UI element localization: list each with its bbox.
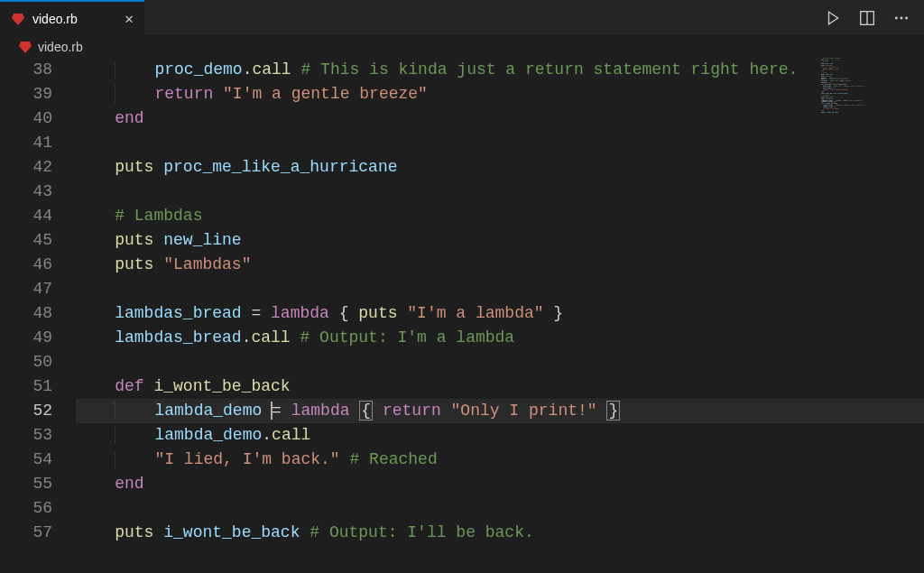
ruby-file-icon bbox=[11, 12, 25, 26]
code-editor[interactable]: 38 39 40 41 42 43 44 45 46 47 48 49 50 5… bbox=[0, 58, 924, 568]
code-line: lambda_demo.call bbox=[76, 423, 924, 448]
line-number: 38 bbox=[0, 58, 52, 82]
code-line bbox=[76, 131, 924, 155]
run-icon[interactable] bbox=[825, 10, 841, 26]
code-line bbox=[76, 496, 924, 521]
code-content[interactable]: proc_demo.call # This is kinda just a re… bbox=[76, 58, 924, 568]
editor-actions bbox=[825, 10, 924, 26]
tab-label: video.rb bbox=[32, 12, 78, 26]
svg-marker-0 bbox=[12, 14, 24, 25]
svg-marker-6 bbox=[19, 42, 32, 53]
ruby-file-icon bbox=[18, 40, 32, 54]
line-number: 41 bbox=[0, 131, 52, 155]
split-editor-icon[interactable] bbox=[859, 10, 875, 26]
code-line bbox=[76, 277, 924, 301]
code-line: lambdas_bread.call # Output: I'm a lambd… bbox=[76, 326, 924, 350]
svg-point-3 bbox=[895, 16, 898, 19]
line-number: 43 bbox=[0, 180, 52, 204]
line-number: 48 bbox=[0, 301, 52, 326]
code-line bbox=[76, 180, 924, 204]
code-line: puts i_wont_be_back # Output: I'll be ba… bbox=[76, 521, 924, 545]
line-number-active: 52 bbox=[0, 399, 52, 423]
line-number: 45 bbox=[0, 228, 52, 253]
line-number: 39 bbox=[0, 82, 52, 106]
line-number: 56 bbox=[0, 496, 52, 521]
code-line: end bbox=[76, 472, 924, 496]
gutter: 38 39 40 41 42 43 44 45 46 47 48 49 50 5… bbox=[0, 58, 76, 568]
code-line: return "I'm a gentle breeze" bbox=[76, 82, 924, 106]
code-line-active: lambda_demo = lambda { return "Only I pr… bbox=[76, 399, 924, 423]
line-number: 50 bbox=[0, 350, 52, 374]
line-number: 51 bbox=[0, 374, 52, 399]
code-line: end bbox=[76, 106, 924, 131]
line-number: 46 bbox=[0, 253, 52, 277]
code-line: puts new_line bbox=[76, 228, 924, 253]
tab-video-rb[interactable]: video.rb ✕ bbox=[0, 0, 144, 36]
code-line: lambdas_bread = lambda { puts "I'm a lam… bbox=[76, 301, 924, 326]
line-number: 44 bbox=[0, 204, 52, 228]
code-line: def i_wont_be_back bbox=[76, 374, 924, 399]
svg-point-5 bbox=[905, 16, 908, 19]
code-line: "I lied, I'm back." # Reached bbox=[76, 448, 924, 472]
line-number: 57 bbox=[0, 521, 52, 545]
line-number: 55 bbox=[0, 472, 52, 496]
minimap[interactable]: # Blocks Procs Lambdas new_line = "=" * … bbox=[821, 58, 920, 283]
more-actions-icon[interactable] bbox=[893, 10, 910, 26]
code-line: proc_demo.call # This is kinda just a re… bbox=[76, 58, 924, 82]
line-number: 53 bbox=[0, 423, 52, 448]
line-number: 54 bbox=[0, 448, 52, 472]
code-line: puts proc_me_like_a_hurricane bbox=[76, 155, 924, 180]
line-number: 49 bbox=[0, 326, 52, 350]
line-number: 42 bbox=[0, 155, 52, 180]
breadcrumb[interactable]: video.rb bbox=[0, 36, 924, 58]
svg-point-4 bbox=[901, 16, 903, 19]
breadcrumb-filename: video.rb bbox=[38, 40, 83, 54]
code-line: # Lambdas bbox=[76, 204, 924, 228]
code-line: puts "Lambdas" bbox=[76, 253, 924, 277]
code-line bbox=[76, 350, 924, 374]
line-number: 40 bbox=[0, 106, 52, 131]
close-icon[interactable]: ✕ bbox=[125, 10, 134, 28]
tab-bar: video.rb ✕ bbox=[0, 0, 924, 36]
line-number: 47 bbox=[0, 277, 52, 301]
